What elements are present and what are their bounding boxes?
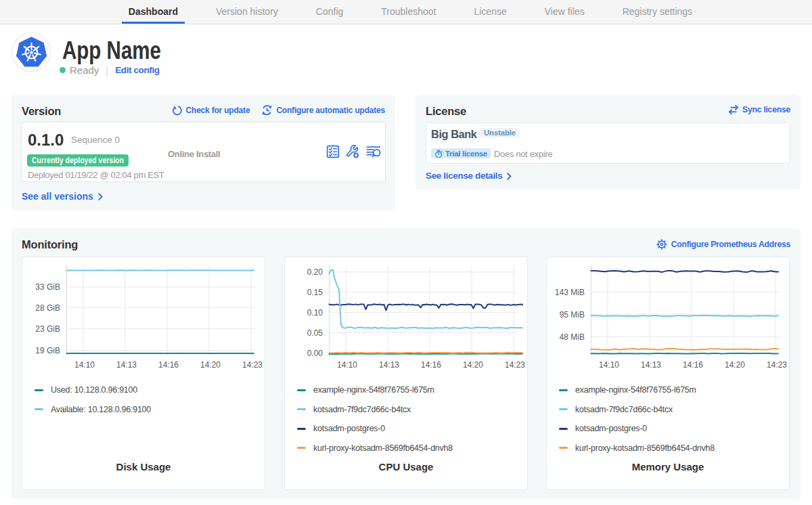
svg-text:14:10: 14:10	[599, 360, 619, 370]
svg-text:19 GiB: 19 GiB	[35, 346, 60, 355]
svg-text:14:16: 14:16	[421, 360, 441, 370]
svg-text:14:16: 14:16	[158, 360, 179, 370]
svg-text:143 MiB: 143 MiB	[555, 288, 585, 297]
svg-text:14:13: 14:13	[641, 360, 661, 370]
svg-text:0.05: 0.05	[307, 328, 323, 338]
svg-text:0.15: 0.15	[307, 288, 323, 297]
svg-text:14:10: 14:10	[74, 360, 95, 370]
svg-text:33 GiB: 33 GiB	[35, 282, 60, 292]
svg-text:0.20: 0.20	[307, 267, 323, 277]
svg-text:28 GiB: 28 GiB	[35, 303, 60, 313]
svg-text:14:23: 14:23	[242, 360, 263, 370]
svg-text:0.00: 0.00	[307, 349, 323, 358]
svg-text:95 MiB: 95 MiB	[560, 310, 585, 320]
svg-text:14:20: 14:20	[463, 360, 483, 370]
svg-text:14:23: 14:23	[767, 360, 787, 370]
svg-text:14:10: 14:10	[337, 360, 357, 370]
svg-text:14:13: 14:13	[116, 360, 137, 370]
svg-text:14:23: 14:23	[505, 360, 525, 370]
svg-text:14:13: 14:13	[379, 360, 399, 370]
svg-text:48 MiB: 48 MiB	[560, 332, 585, 342]
svg-text:14:16: 14:16	[683, 360, 703, 370]
svg-text:14:20: 14:20	[725, 360, 745, 370]
svg-text:0.10: 0.10	[307, 308, 323, 317]
svg-text:14:20: 14:20	[200, 360, 221, 370]
svg-text:23 GiB: 23 GiB	[35, 324, 60, 334]
